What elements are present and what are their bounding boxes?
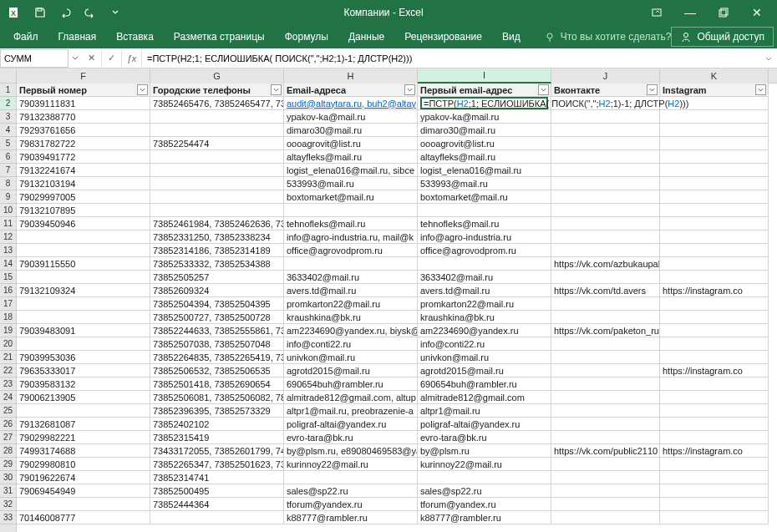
row-header[interactable]: 9	[0, 190, 16, 204]
table-cell[interactable]: 79006213905	[17, 391, 150, 404]
table-cell[interactable]: https://vk.com/public2110	[551, 444, 660, 458]
table-cell[interactable]: 79039583132	[17, 377, 150, 391]
table-cell[interactable]: promkarton22@mail.ru	[284, 297, 418, 311]
table-cell[interactable]	[551, 337, 660, 351]
table-cell[interactable]: 73433172055, 73852601799, 7421	[150, 444, 284, 458]
row-header[interactable]: 24	[0, 391, 16, 404]
table-cell[interactable]	[660, 484, 769, 498]
table-cell[interactable]: 73852500495	[150, 484, 284, 498]
table-cell[interactable]: 533993@mail.ru	[284, 177, 418, 190]
table-cell[interactable]: altayfleks@mail.ru	[418, 150, 551, 164]
table-cell[interactable]: 73852506081, 73852506082, 7812	[150, 391, 284, 404]
row-header[interactable]: 10	[0, 204, 16, 217]
table-cell[interactable]: altpr1@mail.ru, preobrazenie-a	[284, 404, 418, 418]
table-cell[interactable]	[660, 110, 769, 124]
table-cell[interactable]	[660, 418, 769, 431]
table-cell[interactable]	[660, 324, 769, 337]
column-header[interactable]: J	[551, 68, 660, 84]
ribbon-tab[interactable]: Разметка страницы	[164, 25, 275, 48]
table-cell[interactable]	[17, 311, 150, 324]
ribbon-tab[interactable]: Вид	[492, 25, 531, 48]
table-cell[interactable]: ypakov-ka@mail.ru	[284, 110, 418, 124]
table-cell[interactable]	[551, 351, 660, 364]
table-cell[interactable]: kurinnoy22@mail.ru	[418, 458, 551, 471]
row-header[interactable]: 25	[0, 404, 16, 418]
table-cell[interactable]: 79132109324	[17, 284, 150, 297]
table-cell[interactable]: 73852254474	[150, 137, 284, 150]
table-cell[interactable]	[660, 297, 769, 311]
table-cell[interactable]: 73852402102	[150, 418, 284, 431]
table-cell[interactable]: 73852533332, 73852534388	[150, 257, 284, 271]
table-cell[interactable]	[660, 150, 769, 164]
table-cell[interactable]	[660, 190, 769, 204]
table-cell[interactable]: 79635333017	[17, 364, 150, 377]
table-cell[interactable]: k88777@rambler.ru	[418, 511, 551, 524]
table-cell[interactable]	[17, 337, 150, 351]
table-cell[interactable]: audit@altaytara.ru, buh2@altay	[284, 97, 418, 110]
table-cell[interactable]	[660, 217, 769, 231]
table-cell[interactable]	[551, 204, 660, 217]
table-cell[interactable]	[660, 377, 769, 391]
row-header[interactable]: 31	[0, 484, 16, 498]
table-cell[interactable]: 79132681087	[17, 418, 150, 431]
ribbon-tab[interactable]: Формулы	[275, 25, 338, 48]
table-cell[interactable]	[17, 244, 150, 257]
table-cell[interactable]: https://vk.com/azbukaupakovki	[551, 257, 660, 271]
table-cell[interactable]	[418, 471, 551, 484]
table-cell[interactable]	[418, 204, 551, 217]
name-box[interactable]: СУММ	[0, 49, 69, 68]
table-cell[interactable]	[551, 404, 660, 418]
undo-button[interactable]	[53, 3, 77, 23]
table-cell[interactable]	[150, 164, 284, 177]
table-cell[interactable]: 73852444364	[150, 498, 284, 511]
table-cell[interactable]: 690654buh@rambler.ru	[284, 377, 418, 391]
table-cell[interactable]: oooagrovit@list.ru	[284, 137, 418, 150]
table-cell[interactable]: 79039450946	[17, 217, 150, 231]
table-cell[interactable]: by@plsm.ru, e89080469583@ya	[284, 444, 418, 458]
row-header[interactable]: 17	[0, 297, 16, 311]
table-cell[interactable]: sales@sp22.ru	[284, 484, 418, 498]
table-cell[interactable]	[150, 110, 284, 124]
table-cell[interactable]: poligraf-altai@yandex.ru	[284, 418, 418, 431]
table-cell[interactable]: promkarton22@mail.ru	[418, 297, 551, 311]
row-header[interactable]: 33	[0, 511, 16, 524]
row-header[interactable]: 26	[0, 418, 16, 431]
row-header[interactable]: 16	[0, 284, 16, 297]
table-cell[interactable]	[660, 404, 769, 418]
ribbon-options-button[interactable]	[640, 0, 673, 25]
table-cell[interactable]: am2234690@yandex.ru, biysk@	[284, 324, 418, 337]
table-cell[interactable]: almitrade812@gmail.com, altup	[284, 391, 418, 404]
table-cell[interactable]: https://instagram.co	[660, 364, 769, 377]
row-header[interactable]: 20	[0, 337, 16, 351]
row-header[interactable]: 23	[0, 377, 16, 391]
table-cell[interactable]	[150, 190, 284, 204]
table-cell[interactable]	[660, 164, 769, 177]
table-cell[interactable]: 79069454949	[17, 484, 150, 498]
column-header[interactable]: I	[418, 68, 551, 84]
close-button[interactable]: ✕	[740, 0, 774, 25]
minimize-button[interactable]: —	[673, 0, 707, 25]
table-cell[interactable]	[17, 231, 150, 244]
table-cell[interactable]: avers.td@mail.ru	[284, 284, 418, 297]
table-cell[interactable]: 73852505257	[150, 271, 284, 284]
table-cell[interactable]: 73852315419	[150, 431, 284, 444]
table-cell[interactable]: 73852501418, 73852690654	[150, 377, 284, 391]
row-header[interactable]: 22	[0, 364, 16, 377]
table-cell[interactable]: https://instagram.co	[660, 444, 769, 458]
filter-dropdown-button[interactable]	[137, 84, 148, 95]
table-cell[interactable]: k88777@rambler.ru	[284, 511, 418, 524]
table-cell[interactable]	[551, 217, 660, 231]
table-cell[interactable]	[660, 458, 769, 471]
table-cell[interactable]	[551, 124, 660, 137]
table-cell[interactable]: 79039491772	[17, 150, 150, 164]
table-cell[interactable]	[551, 150, 660, 164]
table-cell[interactable]: 73852461984, 73852462636, 7385	[150, 217, 284, 231]
table-cell[interactable]: kurinnoy22@mail.ru	[284, 458, 418, 471]
table-cell[interactable]	[551, 431, 660, 444]
table-cell[interactable]: 79132241674	[17, 164, 150, 177]
table-header-cell[interactable]: Вконтакте	[551, 84, 660, 97]
table-cell[interactable]: 73852500727, 73852500728	[150, 311, 284, 324]
table-cell[interactable]: 79029997005	[17, 190, 150, 204]
table-cell[interactable]: 74993174688	[17, 444, 150, 458]
table-header-cell[interactable]: Городские телефоны	[150, 84, 284, 97]
